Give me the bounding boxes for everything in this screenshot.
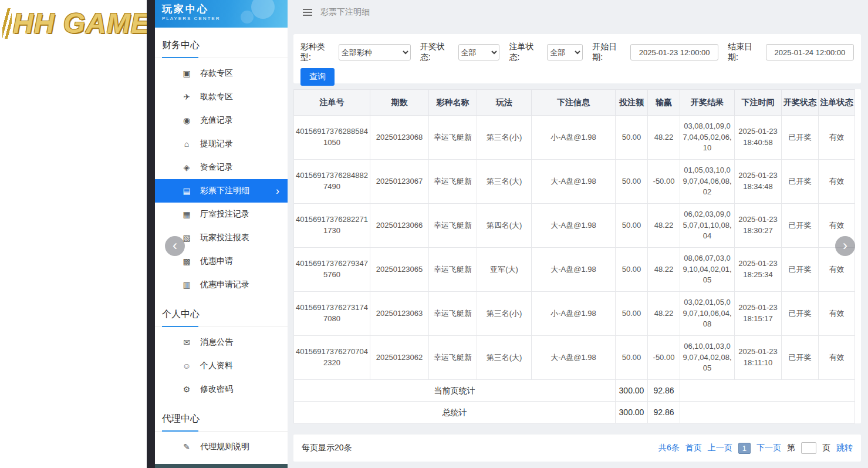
end-date-input[interactable] — [766, 44, 854, 60]
cell-time: 2025-01-23 18:11:10 — [735, 336, 782, 380]
start-date-input[interactable] — [630, 44, 718, 60]
search-button[interactable]: 查询 — [300, 68, 335, 86]
left-panel: HH GAME — [0, 0, 147, 468]
logo-decoration — [2, 8, 12, 39]
sidebar-item-label: 玩家投注报表 — [200, 233, 249, 243]
carousel-next-icon[interactable]: › — [835, 236, 855, 256]
page: HH GAME 玩家中心 PLAYERS CENTER 财务中心 ▣ 存款专区 … — [0, 0, 868, 468]
sidebar-item[interactable]: ✈ 取款专区 — [155, 85, 288, 109]
cell-result: 01,05,03,10,09,07,04,06,08,02 — [680, 160, 735, 204]
sidebar-item[interactable]: ▥ 优惠申请记录 — [155, 273, 288, 297]
divider-strip — [147, 0, 155, 468]
cell-bet_info: 大-A盘@1.98 — [532, 160, 616, 204]
cell-draw_status: 已开奖 — [782, 204, 819, 248]
prev-page-link[interactable]: 上一页 — [708, 443, 732, 453]
sidebar-item[interactable]: ✉ 消息公告 — [155, 331, 288, 354]
page-title: 彩票下注明细 — [320, 7, 370, 18]
next-page-link[interactable]: 下一页 — [756, 443, 781, 453]
bet-status-select[interactable]: 全部 — [547, 44, 583, 60]
sidebar-item[interactable]: ☺ 个人资料 — [155, 354, 288, 378]
cell-bet_no: 401569173762707042320 — [294, 336, 370, 380]
sidebar-item[interactable]: ▤ 彩票下注明细 — [155, 179, 288, 203]
cell-play: 第三名(大) — [477, 336, 532, 380]
summary-label: 总统计 — [294, 402, 616, 423]
draw-status-select[interactable]: 全部 — [458, 44, 500, 60]
section-title: 财务中心 — [155, 36, 288, 58]
table-row: 40156917376288584105020250123068幸运飞艇新第三名… — [294, 116, 855, 160]
sidebar-item[interactable]: ⚙ 修改密码 — [155, 378, 288, 401]
pagination-bar: 每页显示20条 共6条 首页 上一页 1 下一页 第 页 跳转 — [293, 435, 861, 462]
cell-bet_info: 小-A盘@1.98 — [532, 116, 616, 160]
sidebar-item[interactable]: ✎ 代理规则说明 — [155, 435, 288, 459]
sidebar-section: 财务中心 ▣ 存款专区 ✈ 取款专区 ◉ 充值记录 ⌂ 提现记录 ◈ 资金记录 … — [155, 36, 288, 297]
cell-period: 20250123062 — [370, 336, 429, 380]
cell-bet_no: 401569173762793475760 — [294, 248, 370, 292]
hamburger-menu-icon[interactable] — [303, 9, 312, 16]
cell-time: 2025-01-23 18:15:17 — [735, 292, 782, 336]
sidebar-section: 代理中心 ✎ 代理规则说明 ◫ 代理团队统计 — [155, 409, 288, 468]
promo-record-icon: ▥ — [182, 280, 191, 289]
table-header-row: 注单号期数彩种名称玩法下注信息投注额输赢开奖结果下注时间开奖状态注单状态 — [294, 90, 855, 116]
page-total-row: 当前页统计300.0092.86 — [294, 380, 855, 402]
sidebar-item-label: 充值记录 — [200, 115, 233, 126]
cell-play: 第四名(大) — [477, 204, 532, 248]
table-row: 40156917376270704232020250123062幸运飞艇新第三名… — [294, 336, 855, 380]
cell-bet_status: 有效 — [819, 292, 855, 336]
current-page-button[interactable]: 1 — [738, 443, 751, 454]
cell-bet_info: 大-A盘@1.98 — [532, 336, 616, 380]
main-content: 彩票下注明细 彩种类型: 全部彩种 开奖状态: 全部 注单状态: 全部 开始日期… — [288, 0, 868, 468]
cell-amount: 50.00 — [616, 204, 648, 248]
profile-icon: ☺ — [182, 361, 191, 371]
jump-label-prefix: 第 — [787, 443, 795, 453]
pagination-controls: 共6条 首页 上一页 1 下一页 第 页 跳转 — [658, 442, 853, 454]
cell-time: 2025-01-23 18:25:34 — [735, 248, 782, 292]
table-row: 40156917376279347576020250123065幸运飞艇新亚军(… — [294, 248, 855, 292]
page-jump-input[interactable] — [801, 442, 816, 454]
first-page-link[interactable]: 首页 — [685, 443, 702, 453]
col-header-bet_no: 注单号 — [294, 90, 370, 116]
cashout-record-icon: ⌂ — [182, 139, 191, 149]
sidebar-item[interactable]: ◉ 充值记录 — [155, 109, 288, 132]
withdraw-icon: ✈ — [182, 92, 191, 102]
sidebar-item-label: 厅室投注记录 — [200, 209, 249, 220]
lottery-type-select[interactable]: 全部彩种 — [339, 44, 411, 60]
cell-draw_status: 已开奖 — [782, 292, 819, 336]
draw-status-label: 开奖状态: — [420, 42, 455, 63]
cell-bet_info: 小-A盘@1.98 — [532, 292, 616, 336]
sidebar-bottom-strip — [155, 464, 288, 468]
carousel-prev-icon[interactable]: ‹ — [165, 236, 185, 256]
cell-draw_status: 已开奖 — [782, 116, 819, 160]
sidebar-item-label: 代理规则说明 — [200, 442, 249, 452]
sidebar-item-label: 资金记录 — [200, 162, 233, 173]
section-items: ✎ 代理规则说明 ◫ 代理团队统计 — [155, 435, 288, 468]
cell-bet_no: 401569173762885841050 — [294, 116, 370, 160]
cell-win_loss: 48.22 — [648, 204, 680, 248]
cell-bet_status: 有效 — [819, 336, 855, 380]
cell-amount: 50.00 — [616, 160, 648, 204]
cell-win_loss: 48.22 — [648, 116, 680, 160]
cell-bet_no: 401569173762848827490 — [294, 160, 370, 204]
cell-lottery: 幸运飞艇新 — [429, 160, 477, 204]
cell-result: 06,10,01,03,09,07,04,02,08,05 — [680, 336, 735, 380]
sidebar: 玩家中心 PLAYERS CENTER 财务中心 ▣ 存款专区 ✈ 取款专区 ◉… — [155, 0, 288, 468]
message-announcement-icon: ✉ — [182, 338, 191, 347]
sidebar-item[interactable]: ◈ 资金记录 — [155, 156, 288, 179]
cell-time: 2025-01-23 18:30:27 — [735, 204, 782, 248]
sidebar-item-label: 消息公告 — [200, 337, 233, 348]
col-header-play: 玩法 — [477, 90, 532, 116]
sidebar-item[interactable]: ▦ 厅室投注记录 — [155, 203, 288, 226]
cell-lottery: 幸运飞艇新 — [429, 204, 477, 248]
jump-button[interactable]: 跳转 — [836, 443, 853, 453]
cell-bet_no: 401569173762822711730 — [294, 204, 370, 248]
cell-result: 08,06,07,03,09,10,04,02,01,05 — [680, 248, 735, 292]
funds-record-icon: ◈ — [182, 163, 191, 172]
cell-bet_no: 401569173762731747080 — [294, 292, 370, 336]
cell-play: 第三名(大) — [477, 160, 532, 204]
brand-logo: HH GAME — [2, 7, 150, 39]
sidebar-item[interactable]: ⌂ 提现记录 — [155, 132, 288, 156]
table-body: 40156917376288584105020250123068幸运飞艇新第三名… — [294, 116, 855, 423]
cell-result: 03,02,01,05,09,07,10,06,04,08 — [680, 292, 735, 336]
sidebar-item[interactable]: ▣ 存款专区 — [155, 62, 288, 85]
cell-amount: 50.00 — [616, 116, 648, 160]
cell-time: 2025-01-23 18:34:48 — [735, 160, 782, 204]
